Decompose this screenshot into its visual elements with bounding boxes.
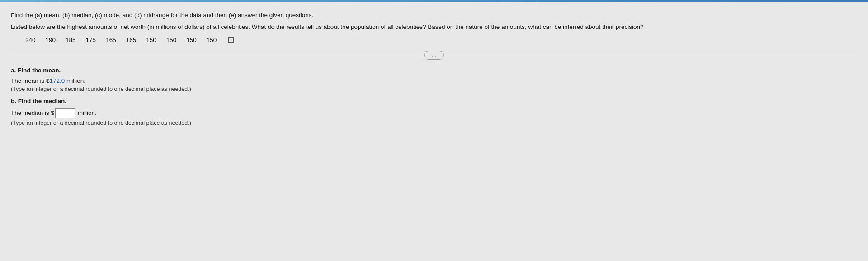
divider-dots: ... bbox=[424, 51, 444, 60]
divider-dots-label: ... bbox=[432, 52, 436, 58]
section-a-letter: a. bbox=[11, 67, 16, 74]
section-a-task: Find the mean. bbox=[18, 67, 61, 74]
page-container: Find the (a) mean, (b) median, (c) mode,… bbox=[0, 0, 868, 140]
data-value-2: 190 bbox=[46, 37, 56, 43]
section-b-answer-suffix: million. bbox=[76, 109, 97, 116]
divider-row: ... bbox=[11, 51, 857, 60]
median-input[interactable] bbox=[55, 108, 75, 118]
data-value-1: 240 bbox=[25, 37, 36, 43]
data-value-4: 175 bbox=[86, 37, 96, 43]
data-row: 240 190 185 175 165 165 150 150 150 150 bbox=[25, 37, 857, 43]
instruction-text: Find the (a) mean, (b) median, (c) mode,… bbox=[11, 11, 857, 20]
section-b-label: b. Find the median. bbox=[11, 98, 857, 104]
section-a-label: a. Find the mean. bbox=[11, 67, 857, 74]
data-value-3: 185 bbox=[66, 37, 76, 43]
section-b-hint: (Type an integer or a decimal rounded to… bbox=[11, 120, 857, 126]
section-b-answer-line: The median is $ million. bbox=[11, 108, 857, 118]
section-b: b. Find the median. The median is $ mill… bbox=[11, 98, 857, 126]
section-a-answer-prefix: The mean is $ bbox=[11, 77, 50, 84]
description-text: Listed below are the highest amounts of … bbox=[11, 23, 857, 32]
data-value-9: 150 bbox=[186, 37, 197, 43]
section-a-answer-value: 172.0 bbox=[50, 77, 65, 84]
data-value-10: 150 bbox=[207, 37, 217, 43]
section-b-letter: b. bbox=[11, 98, 16, 104]
data-value-7: 150 bbox=[146, 37, 156, 43]
section-a-hint: (Type an integer or a decimal rounded to… bbox=[11, 86, 857, 92]
content-wrapper: Find the (a) mean, (b) median, (c) mode,… bbox=[11, 8, 857, 126]
data-value-6: 165 bbox=[126, 37, 137, 43]
section-a-answer-suffix: million. bbox=[65, 77, 85, 84]
section-a: a. Find the mean. The mean is $172.0 mil… bbox=[11, 67, 857, 92]
section-a-answer-line: The mean is $172.0 million. bbox=[11, 77, 857, 84]
top-accent-bar bbox=[0, 0, 868, 2]
section-b-answer-prefix: The median is $ bbox=[11, 109, 54, 116]
data-copy-icon[interactable] bbox=[228, 37, 234, 43]
divider-line-right bbox=[444, 55, 857, 55]
divider-line-left bbox=[11, 55, 424, 55]
data-value-5: 165 bbox=[106, 37, 116, 43]
data-value-8: 150 bbox=[166, 37, 177, 43]
section-b-task: Find the median. bbox=[18, 98, 66, 104]
